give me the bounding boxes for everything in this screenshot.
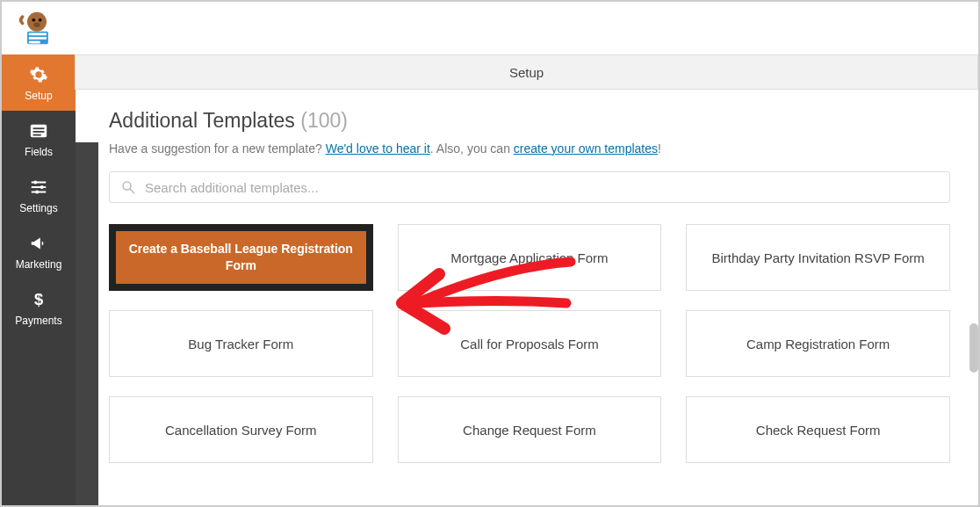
svg-point-2: [39, 18, 42, 22]
svg-point-16: [123, 182, 131, 190]
template-card[interactable]: Cancellation Survey Form: [109, 396, 373, 463]
svg-rect-9: [33, 127, 45, 129]
svg-point-0: [27, 12, 47, 32]
template-grid: Create a Baseball League Registration Fo…: [109, 224, 950, 463]
page-title-text: Additional Templates: [109, 109, 295, 132]
template-label: Check Request Form: [756, 423, 881, 438]
suggestion-link[interactable]: We'd love to hear it: [326, 141, 430, 156]
svg-rect-5: [29, 33, 47, 36]
tab-label: Setup: [509, 65, 544, 80]
svg-point-14: [35, 190, 39, 193]
template-label: Mortgage Application Form: [450, 250, 608, 265]
create-own-link[interactable]: create your own templates: [514, 141, 658, 156]
sidebar-label: Marketing: [16, 258, 62, 271]
svg-text:$: $: [34, 290, 43, 308]
content-area: Additional Templates (100) Have a sugges…: [76, 90, 978, 505]
template-count: (100): [300, 109, 348, 132]
template-label: Call for Proposals Form: [460, 337, 599, 351]
svg-rect-11: [33, 134, 41, 136]
page-title: Additional Templates (100): [109, 109, 950, 133]
sub-text: . Also, you can: [430, 141, 514, 156]
sliders-icon: [26, 177, 51, 197]
template-card[interactable]: Birthday Party Invitation RSVP Form: [686, 224, 950, 291]
template-label: Camp Registration Form: [746, 337, 890, 351]
sidebar-item-setup[interactable]: Setup: [2, 54, 76, 111]
template-label: Birthday Party Invitation RSVP Form: [711, 250, 924, 265]
app-logo: [18, 9, 56, 47]
list-icon: [26, 121, 51, 141]
sidebar-item-fields[interactable]: Fields: [2, 111, 76, 167]
sub-text: !: [658, 141, 661, 156]
svg-point-1: [32, 18, 36, 22]
template-card[interactable]: Camp Registration Form: [686, 310, 950, 377]
template-label: Cancellation Survey Form: [165, 423, 317, 438]
gear-icon: [26, 65, 51, 84]
page-subtitle: Have a suggestion for a new template? We…: [109, 141, 950, 156]
search-input[interactable]: [145, 180, 939, 195]
sidebar-label: Payments: [15, 315, 61, 327]
sidebar-item-marketing[interactable]: Marketing: [2, 223, 76, 279]
sidebar-label: Settings: [19, 202, 57, 214]
svg-point-12: [33, 180, 37, 184]
template-card[interactable]: Bug Tracker Form: [109, 310, 373, 377]
template-card[interactable]: Change Request Form: [398, 396, 662, 463]
search-box[interactable]: [109, 171, 950, 203]
template-label: Create a Baseball League Registration Fo…: [128, 241, 354, 274]
sidebar-item-settings[interactable]: Settings: [2, 167, 76, 223]
bullhorn-icon: [26, 234, 51, 253]
scrollbar-thumb[interactable]: [969, 323, 978, 373]
dollar-icon: $: [26, 290, 51, 309]
template-card-selected[interactable]: Create a Baseball League Registration Fo…: [109, 224, 373, 291]
sidebar: Setup Fields Settings Marketing $ Paymen…: [2, 54, 76, 505]
topbar: [2, 2, 978, 54]
sidebar-item-payments[interactable]: $ Payments: [2, 279, 76, 336]
search-icon: [120, 179, 136, 195]
template-label: Bug Tracker Form: [188, 337, 293, 351]
template-card[interactable]: Check Request Form: [686, 396, 950, 463]
template-card[interactable]: Call for Proposals Form: [398, 310, 662, 377]
tab-setup[interactable]: Setup: [75, 54, 978, 90]
svg-rect-6: [29, 37, 47, 40]
svg-point-3: [33, 23, 40, 28]
template-label: Change Request Form: [463, 423, 596, 438]
sidebar-label: Setup: [25, 90, 52, 102]
sidebar-label: Fields: [25, 146, 53, 158]
svg-line-17: [130, 189, 134, 193]
template-card[interactable]: Mortgage Application Form: [398, 224, 662, 291]
svg-rect-10: [33, 131, 45, 133]
sub-text: Have a suggestion for a new template?: [109, 141, 326, 156]
svg-rect-7: [29, 41, 40, 44]
svg-point-13: [40, 185, 44, 189]
